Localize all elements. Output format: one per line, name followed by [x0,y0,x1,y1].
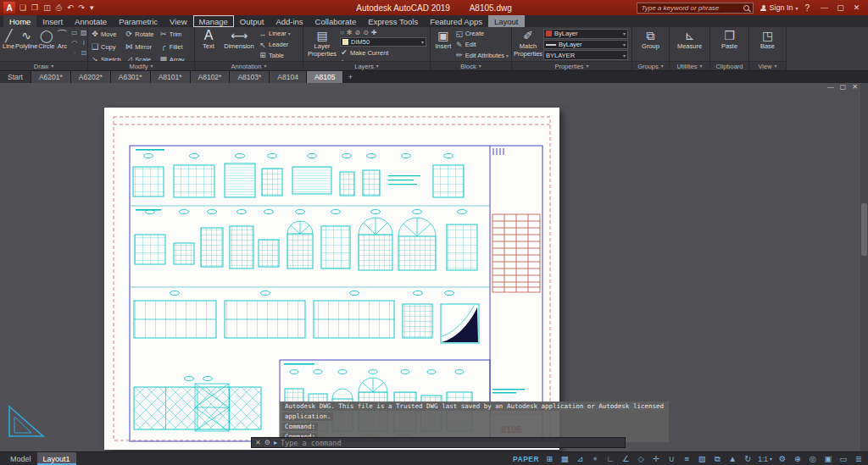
panel-label-layers[interactable]: Layers ▾ [303,61,430,70]
drawing-minimize-icon[interactable]: — [827,83,834,91]
tab-home[interactable]: Home [3,15,36,27]
open-file-icon[interactable]: ❐ [31,3,38,12]
qat-customize-icon[interactable]: ▾ [90,3,94,12]
tab-output[interactable]: Output [234,15,270,27]
line-button[interactable]: ╱ Line [3,29,14,60]
file-tab-a8105[interactable]: A8105 [307,71,344,83]
tab-parametric[interactable]: Parametric [113,15,164,27]
app-logo-icon[interactable]: A [3,2,15,14]
save-icon[interactable]: ◫ [43,3,51,12]
tab-collaborate[interactable]: Collaborate [309,15,363,27]
help-search-box[interactable] [637,3,754,14]
redo-icon[interactable]: ↷ [78,3,85,12]
dimension-button[interactable]: ⟷ Dimension [221,29,257,60]
panel-label-groups[interactable]: Groups ▾ [632,61,669,70]
linetype-dropdown[interactable]: BYLAYER ▾ [543,50,628,60]
annotation-visibility-icon[interactable]: ▲ [727,454,737,463]
close-button[interactable]: ✕ [849,3,865,12]
insert-button[interactable]: ▣ Insert [433,29,453,60]
search-icon[interactable] [743,5,749,11]
polar-tracking-icon[interactable]: ∠ [620,454,631,463]
layout-paper[interactable]: 8105 [104,108,559,450]
panel-label-modify[interactable]: Modify ▾ [88,61,194,70]
snap-toggle-icon[interactable]: ▦ [559,454,570,463]
layer-freeze-icon[interactable]: ✻ [347,29,353,36]
lineweight-dropdown[interactable]: ByLayer ▾ [543,40,628,50]
make-current-button[interactable]: ✔Make Current [340,47,388,58]
hatch-tool-icon[interactable]: ▨ [79,29,88,39]
model-tab[interactable]: Model [4,452,37,465]
sign-in-button[interactable]: Sign In ▾ [760,3,798,12]
create-block-button[interactable]: ◱Create [455,29,509,39]
file-tab-a8102[interactable]: A8102* [191,71,231,83]
dynamic-input-icon[interactable]: ⌖ [590,454,600,464]
rectangle-tool-icon[interactable]: ▭ [70,29,79,39]
tab-featured-apps[interactable]: Featured Apps [424,15,488,27]
file-tab-a6301[interactable]: A6301* [111,71,151,83]
tab-express-tools[interactable]: Express Tools [362,15,424,27]
new-file-icon[interactable]: ❏ [19,3,26,12]
panel-label-utilities[interactable]: Utilities ▾ [670,61,709,70]
circle-button[interactable]: ◯ Circle [38,29,54,60]
panel-label-view[interactable]: View ▾ [749,61,786,70]
ellipse-tool-icon[interactable]: ◠ [70,39,79,49]
file-tab-a8101[interactable]: A8101* [151,71,191,83]
grid-toggle-icon[interactable]: ⊞ [544,454,554,463]
infer-constraints-icon[interactable]: ⊿ [575,454,585,463]
tab-insert[interactable]: Insert [36,15,69,27]
graphics-performance-icon[interactable]: ▣ [823,454,833,463]
annotation-scale-control[interactable]: 1:1 ▾ [758,455,772,463]
match-properties-button[interactable]: ✐ Match Properties [515,29,542,60]
linear-button[interactable]: ↔Linear▾ [259,29,291,39]
paper-space-label[interactable]: PAPER [513,455,539,463]
drawing-viewport[interactable]: — ▢ ✕ [0,83,868,451]
panel-label-block[interactable]: Block ▾ [431,61,511,70]
ortho-toggle-icon[interactable]: ∟ [605,454,615,463]
object-color-dropdown[interactable]: ByLayer ▾ [543,29,628,39]
panel-label-draw[interactable]: Draw ▾ [0,61,87,70]
tab-add-ins[interactable]: Add-ins [270,15,309,27]
rotate-button[interactable]: ⟳Rotate [125,29,157,39]
polyline-button[interactable]: ∿ Polyline [16,29,36,60]
command-customize-icon[interactable]: ⚙ [264,439,270,446]
customization-icon[interactable]: ≣ [854,454,864,463]
tab-view[interactable]: View [164,15,192,27]
region-tool-icon[interactable]: ⊡ [79,49,88,59]
annotation-autoscale-icon[interactable]: ↻ [743,454,753,463]
command-close-icon[interactable]: ✕ [255,439,261,446]
isolate-objects-icon[interactable]: ◎ [808,454,818,463]
measure-button[interactable]: ⊾ Measure [674,29,706,60]
lineweight-display-icon[interactable]: ≡ [682,454,692,463]
panel-label-properties[interactable]: Properties ▾ [512,61,632,70]
tab-manage[interactable]: Manage [193,15,234,27]
workspace-switching-icon[interactable]: ⚙ [777,454,787,463]
scrollbar-thumb[interactable] [861,203,867,256]
file-tab-start[interactable]: Start [0,71,31,83]
file-tab-a8104[interactable]: A8104 [270,71,307,83]
plot-icon[interactable]: ⎙ [56,3,62,13]
file-tab-a8103[interactable]: A8103* [230,71,270,83]
group-button[interactable]: ⧉ Group [637,29,665,60]
object-snap-icon[interactable]: ∪ [666,454,676,463]
mirror-button[interactable]: ⋈Mirror [125,42,157,52]
new-drawing-tab-button[interactable]: + [343,71,357,83]
undo-icon[interactable]: ↶ [67,3,74,12]
layout1-tab[interactable]: Layout1 [37,452,76,465]
edit-block-button[interactable]: ✎Edit [455,40,509,50]
vertical-scrollbar[interactable] [860,83,868,451]
point-tool-icon[interactable]: ∙ [70,49,79,59]
tab-layout[interactable]: Layout [488,15,525,27]
annotation-monitor-icon[interactable]: ⊕ [793,454,803,463]
edit-attributes-button[interactable]: ✏Edit Attributes▾ [455,50,509,60]
selection-cycling-icon[interactable]: ⧉ [712,454,722,464]
tab-annotate[interactable]: Annotate [69,15,113,27]
layer-dropdown[interactable]: DIM50 ▾ [340,37,426,47]
trim-button[interactable]: ✂Trim [159,29,192,39]
maximize-button[interactable]: ▢ [832,3,849,12]
isodraft-icon[interactable]: ◇ [636,454,646,463]
layer-off-icon[interactable]: ○ [340,29,344,36]
osnap-tracking-icon[interactable]: ✛ [651,454,661,463]
spline-tool-icon[interactable]: ≀ [79,39,88,49]
layer-plot-icon[interactable]: ⊙ [363,29,369,36]
leader-button[interactable]: ↖Leader [259,40,291,50]
